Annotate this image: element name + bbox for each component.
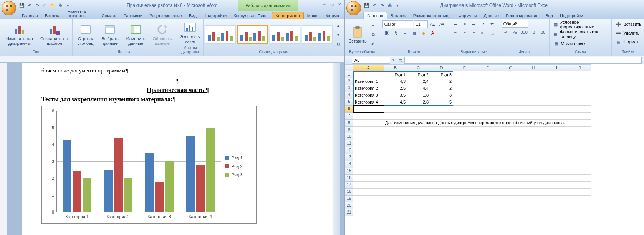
- cell[interactable]: [430, 168, 453, 175]
- minimize-icon[interactable]: ─: [321, 2, 328, 7]
- cell[interactable]: [568, 140, 591, 147]
- cell[interactable]: [499, 92, 522, 99]
- cell[interactable]: [407, 147, 430, 154]
- cell[interactable]: [568, 106, 591, 113]
- cell[interactable]: [522, 78, 545, 85]
- cell[interactable]: [568, 92, 591, 99]
- gallery-more-icon[interactable]: ⊟: [334, 39, 343, 48]
- cell[interactable]: [476, 92, 499, 99]
- cell[interactable]: [499, 209, 522, 216]
- cell[interactable]: [476, 175, 499, 182]
- cell[interactable]: [476, 161, 499, 168]
- col-header-d[interactable]: D: [430, 64, 453, 71]
- col-header-a[interactable]: A: [353, 64, 384, 71]
- cell[interactable]: [476, 168, 499, 175]
- font-name-combo[interactable]: Calibri: [382, 20, 413, 28]
- comma-icon[interactable]: 000: [520, 28, 528, 36]
- print-icon[interactable]: 🖶: [57, 2, 64, 9]
- undo-icon[interactable]: ↶: [26, 2, 33, 9]
- cell[interactable]: [353, 189, 384, 196]
- cell[interactable]: [430, 189, 453, 196]
- cell[interactable]: [353, 147, 384, 154]
- cell[interactable]: 4,3: [384, 78, 407, 85]
- cell[interactable]: [499, 133, 522, 140]
- cell[interactable]: [568, 196, 591, 202]
- row-header[interactable]: 10: [345, 133, 353, 140]
- cell[interactable]: [499, 71, 522, 78]
- format-cells-icon[interactable]: ▦: [614, 38, 622, 46]
- dropdown-icon[interactable]: ▾: [394, 2, 401, 9]
- cell[interactable]: Категория 1: [353, 78, 384, 85]
- cell[interactable]: [384, 140, 407, 147]
- row-header[interactable]: 17: [345, 182, 353, 189]
- cell[interactable]: [545, 175, 568, 182]
- cell[interactable]: [407, 154, 430, 161]
- cond-fmt-label[interactable]: Условное форматирование: [560, 20, 609, 29]
- office-button[interactable]: [2, 1, 16, 15]
- redo-icon[interactable]: ↷: [34, 2, 41, 9]
- cell[interactable]: [522, 175, 545, 182]
- cell[interactable]: 4,4: [407, 85, 430, 92]
- cell[interactable]: [353, 161, 384, 168]
- row-header[interactable]: 11: [345, 140, 353, 147]
- cell[interactable]: [476, 202, 499, 209]
- col-header-j[interactable]: J: [568, 64, 591, 71]
- cell[interactable]: [407, 182, 430, 189]
- fmt-table-icon[interactable]: ▦: [552, 30, 560, 38]
- cell[interactable]: [407, 209, 430, 216]
- row-header[interactable]: 21: [345, 209, 353, 216]
- cell[interactable]: [499, 168, 522, 175]
- cell[interactable]: 5: [430, 99, 453, 106]
- print-icon[interactable]: 🖶: [386, 2, 393, 9]
- cell[interactable]: [545, 106, 568, 113]
- align-center-icon[interactable]: ≡: [460, 29, 469, 37]
- chart-style-1[interactable]: [205, 25, 236, 44]
- cell[interactable]: [568, 133, 591, 140]
- cell[interactable]: [353, 113, 384, 120]
- row-header[interactable]: 3: [345, 85, 353, 92]
- font-size-combo[interactable]: 11: [414, 20, 428, 28]
- cell[interactable]: [453, 99, 476, 106]
- cell[interactable]: [430, 154, 453, 161]
- refresh-data-button[interactable]: Обновить данные: [149, 23, 175, 46]
- cell[interactable]: 4,5: [384, 99, 407, 106]
- italic-icon[interactable]: К: [392, 29, 400, 37]
- cell[interactable]: [353, 168, 384, 175]
- cell[interactable]: [568, 127, 591, 133]
- cell[interactable]: [476, 147, 499, 154]
- cell[interactable]: [522, 99, 545, 106]
- cell[interactable]: [430, 182, 453, 189]
- office-button-excel[interactable]: [346, 1, 361, 15]
- cell[interactable]: [430, 133, 453, 140]
- cell[interactable]: [384, 113, 407, 120]
- cell[interactable]: [522, 202, 545, 209]
- vertical-ruler[interactable]: [0, 63, 7, 235]
- cell[interactable]: [499, 189, 522, 196]
- cell[interactable]: [476, 120, 499, 127]
- cell[interactable]: [353, 127, 384, 133]
- cell[interactable]: [407, 175, 430, 182]
- formula-bar[interactable]: [404, 57, 642, 64]
- align-top-icon[interactable]: ⇤: [451, 20, 460, 28]
- chart-style-4[interactable]: [302, 25, 333, 44]
- cell[interactable]: [499, 85, 522, 92]
- cell[interactable]: [568, 175, 591, 182]
- row-header[interactable]: 13: [345, 154, 353, 161]
- row-header[interactable]: 12: [345, 147, 353, 154]
- cell[interactable]: Ряд 2: [407, 71, 430, 78]
- cell[interactable]: [522, 189, 545, 196]
- cell[interactable]: [545, 196, 568, 202]
- cell[interactable]: [407, 161, 430, 168]
- cell[interactable]: [522, 133, 545, 140]
- cell[interactable]: Для изменения диапазона данных диаграммы…: [384, 120, 407, 127]
- row-header[interactable]: 19: [345, 196, 353, 202]
- align-mid-icon[interactable]: ≡: [460, 20, 469, 28]
- save-icon[interactable]: 💾: [363, 2, 370, 9]
- cell[interactable]: [545, 189, 568, 196]
- namebox-dropdown-icon[interactable]: ▾: [392, 58, 395, 62]
- cell[interactable]: [522, 161, 545, 168]
- col-header-g[interactable]: G: [499, 64, 522, 71]
- align-left-icon[interactable]: ≡: [451, 29, 460, 37]
- cell[interactable]: [453, 175, 476, 182]
- cell[interactable]: [522, 154, 545, 161]
